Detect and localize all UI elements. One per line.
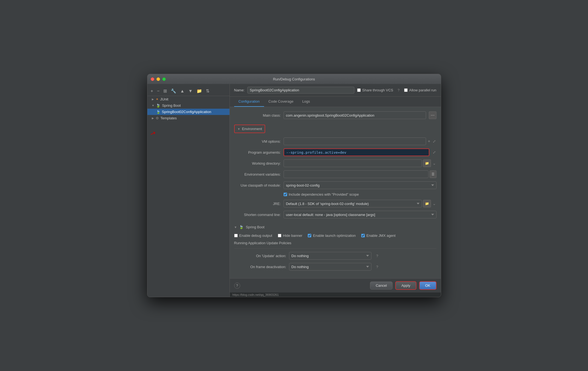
config-area: Main class: ⋯ ▼ Environment VM options: bbox=[230, 107, 441, 278]
sidebar-item-templates[interactable]: ▶ ⚙ Templates bbox=[147, 115, 229, 121]
jre-expand-btn[interactable]: ⌄ bbox=[432, 201, 436, 206]
enable-launch-optimization-checkbox[interactable] bbox=[308, 234, 311, 237]
program-args-expand-btn[interactable]: ⤢ bbox=[432, 150, 436, 155]
copy-button[interactable]: ⊞ bbox=[162, 88, 168, 94]
policies-divider bbox=[234, 248, 436, 249]
maximize-button[interactable] bbox=[162, 77, 166, 81]
include-deps-label[interactable]: Include dependencies with "Provided" sco… bbox=[284, 192, 359, 196]
classpath-module-row: Use classpath of module: spring-boot-02-… bbox=[234, 181, 436, 189]
main-class-label: Main class: bbox=[234, 113, 281, 117]
remove-button[interactable]: − bbox=[156, 88, 161, 94]
on-frame-select[interactable]: Do nothing Update classes and resources … bbox=[289, 263, 371, 271]
templates-icon: ⚙ bbox=[156, 116, 159, 120]
spring-boot-icon: 🍃 bbox=[156, 103, 160, 108]
enable-debug-output-label[interactable]: Enable debug output bbox=[234, 234, 272, 238]
bottom-bar: ? Cancel Apply OK bbox=[230, 278, 441, 293]
env-vars-browse-btn[interactable]: ☰ bbox=[430, 170, 436, 178]
minimize-button[interactable] bbox=[156, 77, 160, 81]
jre-select[interactable]: Default (1.8 - SDK of 'spring-boot-02-co… bbox=[284, 200, 422, 207]
cancel-button[interactable]: Cancel bbox=[370, 282, 393, 290]
vm-options-add-btn[interactable]: + bbox=[427, 138, 431, 144]
window-title: Run/Debug Configurations bbox=[273, 77, 315, 81]
sort-button[interactable]: ⇅ bbox=[205, 88, 211, 94]
right-panel: Name: Share through VCS ? Allow parallel… bbox=[230, 84, 441, 297]
move-down-button[interactable]: ▼ bbox=[187, 88, 194, 94]
vm-options-label: VM options: bbox=[234, 139, 281, 144]
tab-logs[interactable]: Logs bbox=[298, 97, 314, 107]
allow-parallel-checkbox[interactable] bbox=[404, 88, 408, 92]
working-directory-row: Working directory: 📁 ⌄ bbox=[234, 159, 436, 167]
spring-boot-label: Spring Boot bbox=[162, 103, 181, 108]
vm-options-input-area: + ⤢ bbox=[284, 137, 436, 145]
name-label: Name: bbox=[234, 88, 245, 92]
include-deps-checkbox[interactable] bbox=[284, 193, 287, 196]
hide-banner-checkbox[interactable] bbox=[278, 234, 281, 237]
spring-boot-section: ▼ 🍃 Spring Boot Enable debug output Hide… bbox=[234, 223, 436, 271]
working-dir-folder-btn[interactable]: 📁 bbox=[423, 159, 431, 167]
on-frame-help-icon[interactable]: ? bbox=[376, 265, 378, 269]
environment-variables-input[interactable] bbox=[284, 170, 429, 178]
program-arguments-input[interactable] bbox=[284, 148, 429, 156]
vm-options-row: VM options: + ⤢ bbox=[234, 137, 436, 145]
enable-jmx-agent-checkbox[interactable] bbox=[361, 234, 365, 237]
settings-button[interactable]: 🔧 bbox=[170, 88, 177, 94]
hide-banner-text: Hide banner bbox=[283, 234, 303, 238]
spring-boot-section-icon: 🍃 bbox=[239, 225, 243, 229]
shorten-cmd-select[interactable]: user-local default: none - java [options… bbox=[284, 211, 436, 218]
main-content: + − ⊞ 🔧 ▲ ▼ 📁 ⇅ ▶ ✦ JUnit ▼ 🍃 Spring Boo… bbox=[147, 84, 441, 297]
url-bar: https://blog.csdn.net/qq_36903261 bbox=[230, 293, 441, 297]
junit-expand-icon: ▶ bbox=[152, 98, 154, 101]
main-class-input[interactable] bbox=[284, 111, 426, 119]
close-button[interactable] bbox=[151, 77, 154, 81]
env-vars-input-area: ☰ bbox=[284, 170, 436, 178]
on-update-select[interactable]: Do nothing Update classes and resources … bbox=[289, 252, 371, 260]
help-button[interactable]: ? bbox=[234, 283, 240, 289]
name-input[interactable] bbox=[247, 87, 354, 94]
jre-input-area: Default (1.8 - SDK of 'spring-boot-02-co… bbox=[284, 200, 436, 207]
program-arguments-row: Program arguments: ⤢ 指定运行环境 即指定使用哪个配置文件 … bbox=[234, 148, 436, 156]
move-up-button[interactable]: ▲ bbox=[179, 88, 186, 94]
enable-jmx-agent-text: Enable JMX agent bbox=[366, 234, 396, 238]
working-dir-expand-btn[interactable]: ⌄ bbox=[432, 161, 436, 166]
sidebar-item-springboot-app[interactable]: 🍃 SpringBoot02ConfigApplication bbox=[147, 109, 229, 115]
environment-section-header[interactable]: ▼ Environment bbox=[234, 122, 436, 135]
hide-banner-label[interactable]: Hide banner bbox=[278, 234, 303, 238]
traffic-lights bbox=[151, 77, 166, 81]
share-help-icon[interactable]: ? bbox=[397, 88, 399, 92]
tab-configuration[interactable]: Configuration bbox=[234, 97, 264, 107]
enable-launch-optimization-label[interactable]: Enable launch optimization bbox=[308, 234, 355, 238]
on-frame-label: On frame deactivation: bbox=[234, 265, 286, 269]
working-directory-label: Working directory: bbox=[234, 161, 281, 165]
shorten-cmd-row: Shorten command line: user-local default… bbox=[234, 211, 436, 218]
share-vcs-label[interactable]: Share through VCS bbox=[357, 88, 393, 92]
on-update-label: On 'Update' action: bbox=[234, 254, 286, 258]
enable-jmx-agent-label[interactable]: Enable JMX agent bbox=[361, 234, 396, 238]
policies-title: Running Application Update Policies bbox=[234, 241, 436, 245]
on-update-help-icon[interactable]: ? bbox=[376, 254, 378, 258]
allow-parallel-label[interactable]: Allow parallel run bbox=[404, 88, 436, 92]
spring-boot-section-label: Spring Boot bbox=[246, 225, 264, 229]
spring-boot-section-header[interactable]: ▼ 🍃 Spring Boot bbox=[234, 223, 436, 231]
vm-options-expand-btn[interactable]: ⤢ bbox=[432, 139, 436, 144]
environment-section-label: Environment bbox=[242, 127, 262, 131]
add-button[interactable]: + bbox=[150, 88, 154, 94]
jre-row: JRE: Default (1.8 - SDK of 'spring-boot-… bbox=[234, 200, 436, 207]
vm-options-input[interactable] bbox=[284, 137, 426, 145]
share-vcs-checkbox[interactable] bbox=[357, 88, 361, 92]
working-directory-input[interactable] bbox=[284, 159, 422, 167]
classpath-module-select[interactable]: spring-boot-02-config bbox=[284, 181, 436, 189]
sidebar-item-junit[interactable]: ▶ ✦ JUnit bbox=[147, 96, 229, 102]
apply-button[interactable]: Apply bbox=[395, 281, 416, 290]
main-class-browse-btn[interactable]: ⋯ bbox=[429, 111, 436, 119]
name-bar: Name: Share through VCS ? Allow parallel… bbox=[230, 84, 441, 97]
sidebar-item-spring-boot[interactable]: ▼ 🍃 Spring Boot bbox=[147, 102, 229, 109]
enable-debug-output-checkbox[interactable] bbox=[234, 234, 238, 237]
folder-button[interactable]: 📁 bbox=[195, 88, 203, 94]
enable-debug-output-text: Enable debug output bbox=[239, 234, 272, 238]
spring-boot-section-arrow: ▼ bbox=[234, 226, 237, 229]
tab-code-coverage[interactable]: Code Coverage bbox=[264, 97, 298, 107]
enable-launch-optimization-text: Enable launch optimization bbox=[313, 234, 355, 238]
ok-button[interactable]: OK bbox=[419, 281, 436, 290]
jre-browse-btn[interactable]: 📁 bbox=[423, 200, 431, 207]
tabs-bar: Configuration Code Coverage Logs bbox=[230, 97, 441, 107]
